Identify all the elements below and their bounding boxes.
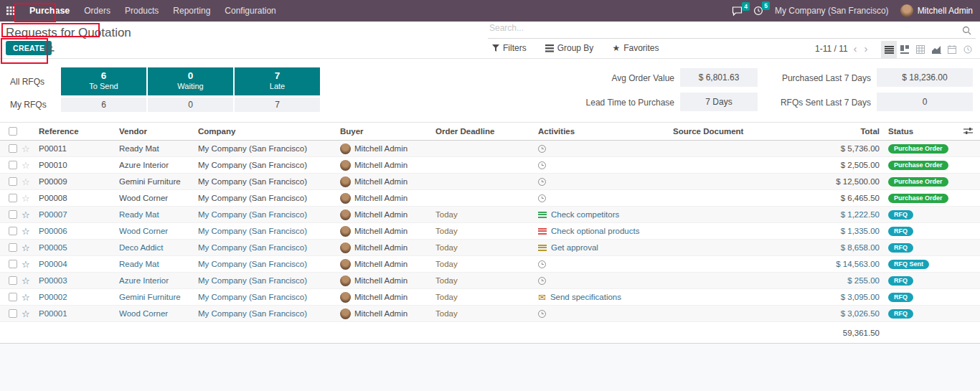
graph-view-icon[interactable]	[928, 41, 944, 58]
favorite-star-icon[interactable]: ☆	[22, 308, 39, 319]
favorite-star-icon[interactable]: ☆	[22, 176, 39, 187]
favorite-star-icon[interactable]: ☆	[22, 143, 39, 154]
table-row[interactable]: ☆ P00004 Ready Mat My Company (San Franc…	[0, 256, 980, 273]
col-order-deadline[interactable]: Order Deadline	[435, 127, 538, 136]
pivot-view-icon[interactable]	[913, 41, 928, 58]
create-button[interactable]: CREATE	[6, 41, 52, 55]
apps-menu-icon[interactable]	[6, 6, 15, 15]
pager-prev-icon[interactable]: ‹	[852, 44, 859, 53]
favorite-star-icon[interactable]: ☆	[22, 209, 39, 220]
activity-cell[interactable]	[538, 310, 673, 318]
row-checkbox[interactable]	[9, 210, 17, 219]
row-checkbox[interactable]	[9, 260, 17, 268]
col-reference[interactable]: Reference	[39, 127, 119, 136]
row-checkbox[interactable]	[9, 194, 17, 202]
calendar-view-icon[interactable]	[944, 41, 960, 58]
buyer-name: Mitchell Admin	[354, 227, 407, 235]
activity-cell[interactable]: Get approval	[538, 243, 673, 252]
row-checkbox[interactable]	[9, 177, 17, 186]
kanban-view-icon[interactable]	[897, 41, 913, 58]
menu-products[interactable]: Products	[118, 0, 166, 22]
buyer-avatar	[340, 209, 351, 220]
row-checkbox[interactable]	[9, 243, 17, 252]
reference-cell: P00009	[39, 177, 119, 186]
activity-cell[interactable]: Check competitors	[538, 210, 673, 219]
activity-clock-icon	[538, 260, 546, 268]
row-checkbox[interactable]	[9, 144, 17, 153]
col-vendor[interactable]: Vendor	[119, 127, 198, 136]
favorite-star-icon[interactable]: ☆	[22, 160, 39, 171]
menu-reporting[interactable]: Reporting	[166, 0, 217, 22]
col-source-document[interactable]: Source Document	[673, 127, 801, 136]
filters-button[interactable]: Filters	[492, 43, 527, 53]
favorites-button[interactable]: ★ Favorites	[612, 43, 659, 53]
favorite-star-icon[interactable]: ☆	[22, 193, 39, 204]
search-icon[interactable]	[962, 26, 971, 37]
list-view-icon[interactable]	[881, 41, 897, 58]
favorite-star-icon[interactable]: ☆	[22, 242, 39, 253]
page-title: Requests for Quotation	[6, 26, 131, 40]
favorite-star-icon[interactable]: ☆	[22, 226, 39, 237]
col-activities[interactable]: Activities	[538, 127, 673, 136]
my-late[interactable]: 7	[235, 98, 320, 112]
activity-cell[interactable]	[538, 178, 673, 186]
activity-cell[interactable]: Check optional products	[538, 227, 673, 235]
card-to-send[interactable]: 6To Send	[61, 67, 146, 95]
user-menu[interactable]: Mitchell Admin	[900, 4, 973, 17]
activity-cell[interactable]	[538, 161, 673, 169]
messages-icon[interactable]: 4	[732, 6, 743, 16]
buyer-name: Mitchell Admin	[354, 144, 407, 153]
row-checkbox[interactable]	[9, 309, 17, 318]
app-menu-purchase[interactable]: Purchase	[22, 0, 77, 22]
activities-clock-icon[interactable]: 5	[753, 6, 763, 16]
table-row[interactable]: ☆ P00008 Wood Corner My Company (San Fra…	[0, 190, 980, 207]
search-input[interactable]	[488, 23, 937, 33]
row-checkbox[interactable]	[9, 227, 17, 235]
optional-columns-icon[interactable]	[956, 127, 980, 136]
activity-clock-icon	[538, 310, 546, 318]
vendor-cell: Azure Interior	[119, 276, 198, 285]
select-all-checkbox[interactable]	[9, 127, 17, 136]
status-badge: RFQ	[888, 309, 913, 319]
table-row[interactable]: ☆ P00010 Azure Interior My Company (San …	[0, 157, 980, 174]
group-by-button[interactable]: Group By	[545, 43, 594, 53]
company-switcher[interactable]: My Company (San Francisco)	[773, 0, 890, 22]
activity-cell[interactable]	[538, 194, 673, 202]
dashboard-view-icon[interactable]	[960, 41, 976, 58]
table-row[interactable]: ☆ P00003 Azure Interior My Company (San …	[0, 273, 980, 289]
table-row[interactable]: ☆ P00011 Ready Mat My Company (San Franc…	[0, 141, 980, 157]
card-late[interactable]: 7Late	[235, 67, 320, 95]
activities-count-badge: 5	[762, 1, 770, 10]
table-row[interactable]: ☆ P00009 Gemini Furniture My Company (Sa…	[0, 174, 980, 190]
row-checkbox[interactable]	[9, 161, 17, 169]
row-checkbox[interactable]	[9, 293, 17, 301]
activity-cell[interactable]	[538, 145, 673, 153]
table-row[interactable]: ☆ P00005 Deco Addict My Company (San Fra…	[0, 240, 980, 256]
col-total[interactable]: Total	[801, 127, 884, 136]
my-to-send[interactable]: 6	[61, 98, 146, 112]
menu-configuration[interactable]: Configuration	[217, 0, 283, 22]
menu-orders[interactable]: Orders	[77, 0, 118, 22]
table-row[interactable]: ☆ P00001 Wood Corner My Company (San Fra…	[0, 306, 980, 322]
buyer-cell: Mitchell Admin	[340, 209, 435, 220]
card-waiting[interactable]: 0Waiting	[148, 67, 233, 95]
buyer-cell: Mitchell Admin	[340, 176, 435, 187]
activity-cell[interactable]	[538, 277, 673, 285]
activity-clock-icon	[538, 277, 546, 285]
my-waiting[interactable]: 0	[148, 98, 233, 112]
favorite-star-icon[interactable]: ☆	[22, 259, 39, 270]
col-status[interactable]: Status	[884, 127, 956, 136]
activity-cell[interactable]	[538, 260, 673, 268]
pager-next-icon[interactable]: ›	[863, 44, 870, 53]
favorite-star-icon[interactable]: ☆	[22, 292, 39, 303]
col-buyer[interactable]: Buyer	[340, 127, 435, 136]
row-checkbox[interactable]	[9, 276, 17, 285]
col-company[interactable]: Company	[198, 127, 340, 136]
table-row[interactable]: ☆ P00007 Ready Mat My Company (San Franc…	[0, 207, 980, 223]
export-download-icon[interactable]	[46, 43, 55, 55]
table-row[interactable]: ☆ P00006 Wood Corner My Company (San Fra…	[0, 223, 980, 240]
buyer-cell: Mitchell Admin	[340, 308, 435, 319]
table-row[interactable]: ☆ P00002 Gemini Furniture My Company (Sa…	[0, 289, 980, 306]
favorite-star-icon[interactable]: ☆	[22, 275, 39, 286]
activity-cell[interactable]: ✉ Send specifications	[538, 293, 673, 301]
